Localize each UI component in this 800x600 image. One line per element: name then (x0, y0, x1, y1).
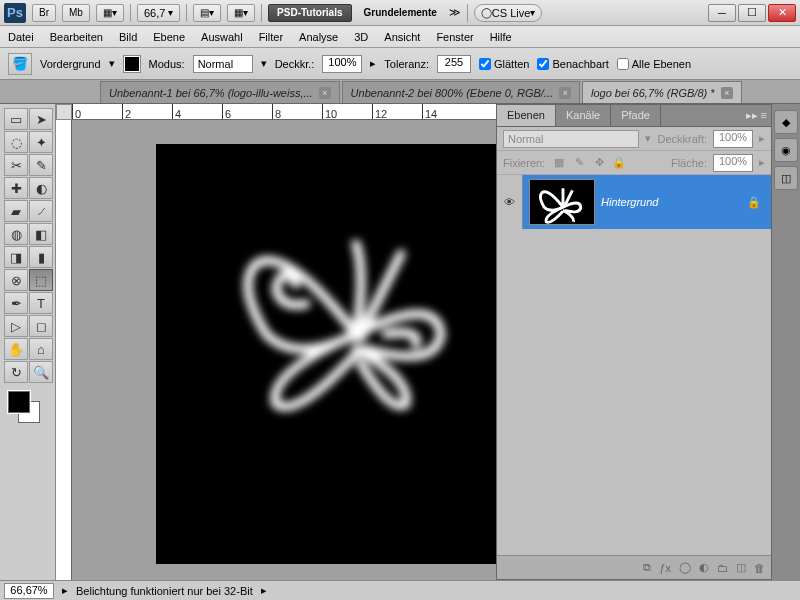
fill-swatch[interactable] (123, 55, 141, 73)
layer-fill-input[interactable]: 100% (713, 154, 753, 172)
tool-button[interactable]: ◐ (29, 177, 53, 199)
status-menu-icon[interactable]: ▸ (261, 584, 267, 597)
tool-button[interactable]: ⌂ (29, 338, 53, 360)
tool-button[interactable]: ⟋ (29, 200, 53, 222)
doc-tab[interactable]: Unbenannt-1 bei 66,7% (logo-illu-weiss,.… (100, 81, 340, 103)
adjustment-icon[interactable]: ◐ (699, 561, 709, 574)
tool-button[interactable]: ➤ (29, 108, 53, 130)
document-canvas[interactable] (156, 144, 496, 564)
menu-ebene[interactable]: Ebene (153, 31, 185, 43)
blend-mode-dropdown[interactable]: Normal (503, 130, 639, 148)
panel-menu-icon[interactable]: ▸▸ ≡ (742, 105, 771, 126)
tool-button[interactable]: ✒ (4, 292, 28, 314)
stepper-icon[interactable]: ▸ (759, 156, 765, 169)
menu-datei[interactable]: Datei (8, 31, 34, 43)
layer-row[interactable]: 👁 Hintergrund 🔒 (497, 175, 771, 229)
layer-name[interactable]: Hintergrund (601, 196, 747, 208)
tool-button[interactable]: ✂ (4, 154, 28, 176)
antialias-checkbox[interactable]: Glätten (479, 58, 529, 70)
tool-button[interactable]: ▰ (4, 200, 28, 222)
lock-transparency-icon[interactable]: ▩ (551, 155, 567, 171)
extension-button[interactable]: PSD-Tutorials (268, 4, 351, 22)
swatches-panel-icon[interactable]: ◉ (774, 138, 798, 162)
ruler-vertical[interactable] (56, 120, 72, 580)
ruler-origin[interactable] (56, 104, 72, 120)
mask-icon[interactable]: ◯ (679, 561, 691, 574)
tool-button[interactable]: ↻ (4, 361, 28, 383)
status-nav-icon[interactable]: ▸ (62, 584, 68, 597)
stepper-icon[interactable]: ▸ (370, 57, 376, 70)
close-icon[interactable]: × (721, 87, 733, 99)
all-layers-checkbox[interactable]: Alle Ebenen (617, 58, 691, 70)
foreground-color[interactable] (8, 391, 30, 413)
menu-auswahl[interactable]: Auswahl (201, 31, 243, 43)
zoom-input[interactable]: 66,67% (4, 583, 54, 599)
close-icon[interactable]: × (559, 87, 571, 99)
mode-dropdown[interactable]: Normal (193, 55, 253, 73)
close-icon[interactable]: × (319, 87, 331, 99)
layer-opacity-input[interactable]: 100% (713, 130, 753, 148)
tool-button[interactable]: ⊗ (4, 269, 28, 291)
tool-button[interactable]: T (29, 292, 53, 314)
app-logo[interactable]: Ps (4, 3, 26, 23)
tool-button[interactable]: ◨ (4, 246, 28, 268)
link-icon[interactable]: ⧉ (643, 561, 651, 574)
fx-icon[interactable]: ƒx (659, 562, 671, 574)
tab-pfade[interactable]: Pfade (611, 105, 661, 126)
menu-ansicht[interactable]: Ansicht (384, 31, 420, 43)
tool-button[interactable]: ▷ (4, 315, 28, 337)
dropdown-arrow-icon[interactable]: ▾ (109, 57, 115, 70)
dropdown-arrow-icon[interactable]: ▾ (261, 57, 267, 70)
menu-filter[interactable]: Filter (259, 31, 283, 43)
menu-bild[interactable]: Bild (119, 31, 137, 43)
lock-pixels-icon[interactable]: ✎ (571, 155, 587, 171)
delete-icon[interactable]: 🗑 (754, 562, 765, 574)
doc-tab[interactable]: Unbenannt-2 bei 800% (Ebene 0, RGB/...× (342, 81, 580, 103)
dropdown-arrow-icon[interactable]: ▾ (645, 132, 651, 145)
menu-fenster[interactable]: Fenster (436, 31, 473, 43)
menu-bearbeiten[interactable]: Bearbeiten (50, 31, 103, 43)
tool-button[interactable]: ✦ (29, 131, 53, 153)
screen-mode-button[interactable]: ▦▾ (96, 4, 124, 22)
ruler-horizontal[interactable]: 0246810121416 (72, 104, 496, 120)
stepper-icon[interactable]: ▸ (759, 132, 765, 145)
tool-button[interactable]: ✚ (4, 177, 28, 199)
tool-button[interactable]: ◻ (29, 315, 53, 337)
lock-all-icon[interactable]: 🔒 (611, 155, 627, 171)
opacity-input[interactable]: 100% (322, 55, 362, 73)
tool-button[interactable]: ◧ (29, 223, 53, 245)
tool-button[interactable]: 🔍 (29, 361, 53, 383)
group-icon[interactable]: 🗀 (717, 562, 728, 574)
tool-button[interactable]: ▮ (29, 246, 53, 268)
tolerance-input[interactable]: 255 (437, 55, 471, 73)
tab-kanaele[interactable]: Kanäle (556, 105, 611, 126)
extras-button[interactable]: ▦▾ (227, 4, 255, 22)
tool-button[interactable]: ▭ (4, 108, 28, 130)
menu-analyse[interactable]: Analyse (299, 31, 338, 43)
tool-button[interactable]: ◌ (4, 131, 28, 153)
visibility-toggle[interactable]: 👁 (497, 175, 523, 229)
tool-button[interactable]: ⬚ (29, 269, 53, 291)
color-swatches[interactable] (8, 391, 44, 427)
tool-button[interactable]: ✋ (4, 338, 28, 360)
masks-panel-icon[interactable]: ◫ (774, 166, 798, 190)
workspace-button[interactable]: Grundelemente (358, 4, 443, 22)
minibridge-button[interactable]: Mb (62, 4, 90, 22)
tool-button[interactable]: ◍ (4, 223, 28, 245)
close-button[interactable]: ✕ (768, 4, 796, 22)
tool-button[interactable]: ✎ (29, 154, 53, 176)
menu-3d[interactable]: 3D (354, 31, 368, 43)
arrange-button[interactable]: ▤▾ (193, 4, 221, 22)
zoom-dropdown[interactable]: 66,7 ▾ (137, 4, 180, 22)
contiguous-checkbox[interactable]: Benachbart (537, 58, 608, 70)
current-tool-icon[interactable]: 🪣 (8, 53, 32, 75)
lock-position-icon[interactable]: ✥ (591, 155, 607, 171)
bridge-button[interactable]: Br (32, 4, 56, 22)
layer-thumbnail[interactable] (529, 179, 595, 225)
more-icon[interactable]: ≫ (449, 6, 461, 19)
color-panel-icon[interactable]: ◆ (774, 110, 798, 134)
cslive-button[interactable]: ◯ CS Live ▾ (474, 4, 543, 22)
doc-tab[interactable]: logo bei 66,7% (RGB/8) *× (582, 81, 742, 103)
tab-ebenen[interactable]: Ebenen (497, 105, 556, 126)
new-layer-icon[interactable]: ◫ (736, 561, 746, 574)
